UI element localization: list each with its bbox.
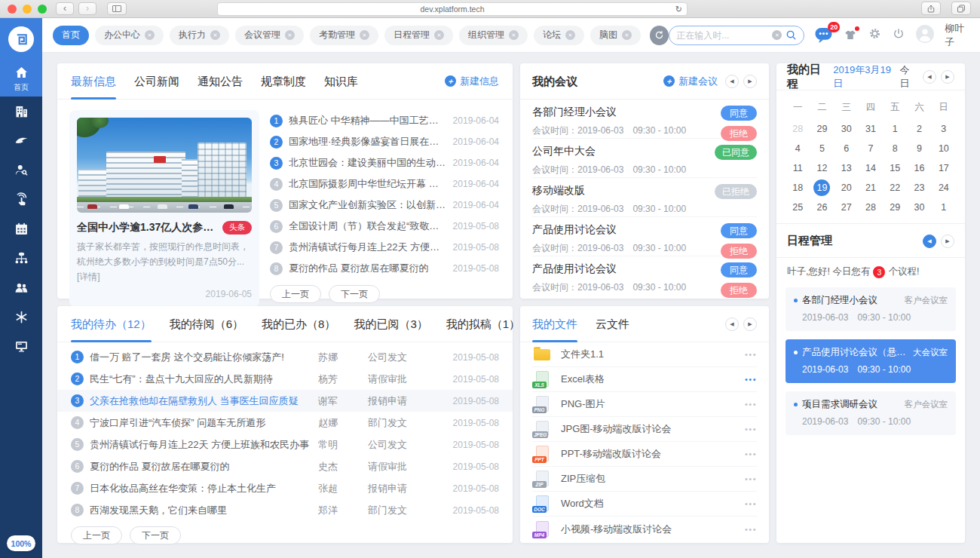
new-meeting-button[interactable]: 新建会议 (663, 75, 718, 88)
file-row[interactable]: ZIP ZIP压缩包 (532, 467, 757, 492)
file-row[interactable]: DOC Word文档 (532, 492, 757, 517)
file-name[interactable]: ZIP压缩包 (561, 472, 736, 486)
page-tab[interactable]: 首页 (53, 26, 89, 45)
page-tab[interactable]: 办公中心 (95, 26, 164, 45)
next-month-button[interactable]: ▶ (941, 70, 954, 84)
todo-title[interactable]: 宁波口岸引进“汽车侦探” 问题车无所遁形 (90, 416, 312, 430)
todo-tab[interactable]: 我的拟稿（1） (446, 306, 520, 342)
calendar-day[interactable]: 16 (907, 158, 931, 178)
todo-tab[interactable]: 我的待办（12） (71, 306, 152, 342)
more-menu-icon[interactable] (745, 350, 757, 359)
reload-icon[interactable]: ↻ (675, 5, 682, 14)
todo-title[interactable]: 父亲在抢救他却在隔壁救别人 当事医生回应质疑 (90, 394, 312, 408)
more-menu-icon[interactable] (745, 375, 757, 384)
todo-row[interactable]: 3 父亲在抢救他却在隔壁救别人 当事医生回应质疑 谢军 报销申请 2019-05… (57, 390, 513, 412)
calendar-day[interactable]: 29 (810, 119, 834, 139)
news-item-title[interactable]: 国家地理·经典影像盛宴首日展在中华世纪坛... (289, 135, 447, 149)
featured-news-card[interactable]: 全国中小学逾1.37亿人次参加课外培训头条 孩子家长都辛苦，按照现行的作息时间表… (69, 110, 259, 307)
news-item-title[interactable]: 贵州清镇试行每月连上22天 方便上班族和农民办事 (289, 241, 447, 254)
prev-arrow-button[interactable]: ◀ (725, 75, 739, 88)
todo-row[interactable]: 1 借一万 赔了一套房 这个交易能让你倾家荡产! 苏娜 公司发文 2019-05… (57, 346, 513, 368)
calendar-day[interactable]: 1 (883, 119, 907, 139)
more-menu-icon[interactable] (745, 425, 757, 434)
news-item-title[interactable]: 全国设计周（节）联合发起“致敬中国设计... (289, 219, 447, 233)
settings-button[interactable] (868, 26, 882, 44)
news-item-title[interactable]: 北京国际摄影周中华世纪坛开幕 聚焦“一带一路” (289, 177, 447, 191)
share-button[interactable] (921, 2, 941, 15)
news-list-item[interactable]: 1 独具匠心 中华精神——中国工艺美术大师作品... 2019-06-04 (270, 110, 499, 131)
schedule-card[interactable]: 项目需求调研会议 客户会议室 2019-06-03 09:30 - 10:00 (786, 391, 956, 435)
theme-button[interactable] (843, 28, 858, 42)
next-arrow-button[interactable]: ▶ (743, 75, 757, 88)
todo-tab[interactable]: 我的待阅（6） (170, 306, 243, 342)
calendar-day[interactable]: 11 (786, 158, 810, 178)
prev-page-button[interactable]: 上一页 (71, 526, 122, 544)
calendar-day[interactable]: 25 (786, 198, 810, 217)
calendar-day[interactable]: 26 (810, 198, 834, 217)
schedule-card[interactable]: 产品使用讨论会议（悬浮时） 大会议室 2019-06-03 09:30 - 10… (786, 339, 956, 383)
file-row[interactable]: PPT PPT-移动端改版讨论会 (532, 442, 757, 467)
page-tab[interactable]: 执行力 (170, 26, 229, 45)
news-list-item[interactable]: 8 夏衍的作品 夏衍故居在哪夏衍的 2019-05-08 (270, 258, 499, 279)
file-name[interactable]: PNG-图片 (561, 397, 736, 411)
sidebar-item-attendance[interactable] (0, 155, 42, 185)
news-tab[interactable]: 最新信息 (71, 63, 116, 100)
news-tab[interactable]: 规章制度 (261, 63, 306, 100)
tab-close-icon[interactable] (210, 30, 220, 40)
file-name[interactable]: 文件夹1.1 (561, 348, 736, 361)
sidebar-item-organization[interactable] (0, 244, 42, 273)
sidebar-item-desktop[interactable] (0, 332, 42, 361)
page-tab[interactable]: 会议管理 (235, 26, 304, 45)
browser-sidebar-button[interactable] (107, 2, 127, 15)
news-item-title[interactable]: 夏衍的作品 夏衍故居在哪夏衍的 (289, 262, 447, 275)
calendar-day[interactable]: 19 (810, 178, 834, 198)
calendar-day[interactable]: 31 (859, 119, 883, 139)
sidebar-item-tools[interactable] (0, 302, 42, 332)
file-row[interactable]: JPEG JPG图-移动端改版讨论会 (532, 417, 757, 442)
calendar-day[interactable]: 21 (859, 178, 883, 198)
calendar-day[interactable]: 8 (883, 139, 907, 158)
prev-arrow-button[interactable]: ◀ (725, 317, 739, 331)
meeting-item[interactable]: 移动端改版 会议时间：2019-06-03 09:30 - 10:00 已拒绝 (532, 178, 757, 217)
tab-close-icon[interactable] (622, 30, 632, 40)
meeting-item[interactable]: 各部门经理小会议 会议时间：2019-06-03 09:30 - 10:00 同… (532, 100, 757, 139)
calendar-day[interactable]: 24 (932, 178, 956, 198)
calendar-day[interactable]: 10 (932, 139, 956, 158)
messages-button[interactable]: 20 (814, 26, 833, 44)
logout-button[interactable] (892, 27, 905, 44)
todo-row[interactable]: 4 宁波口岸引进“汽车侦探” 问题车无所遁形 赵娜 部门发文 2019-05-0… (57, 412, 513, 434)
calendar-day[interactable]: 15 (883, 158, 907, 178)
sidebar-item-company[interactable] (0, 97, 42, 126)
more-menu-icon[interactable] (745, 499, 757, 508)
tab-close-icon[interactable] (285, 30, 295, 40)
calendar-day[interactable]: 27 (835, 198, 859, 217)
zoom-level-badge[interactable]: 100% (7, 535, 35, 551)
sidebar-item-contacts[interactable] (0, 273, 42, 302)
calendar-day[interactable]: 12 (810, 158, 834, 178)
meeting-item[interactable]: 公司年中大会 会议时间：2019-06-03 09:30 - 10:00 已同意 (532, 139, 757, 178)
reject-button[interactable]: 拒绝 (721, 283, 757, 298)
tab-close-icon[interactable] (434, 30, 444, 40)
agree-button[interactable]: 同意 (721, 106, 757, 121)
calendar-day[interactable]: 14 (859, 158, 883, 178)
news-item-title[interactable]: 国家文化产业创新实验区：以创新推动产业发展 (289, 198, 447, 212)
sidebar-item-home[interactable]: 首页 (0, 60, 42, 97)
page-tab[interactable]: 考勤管理 (310, 26, 378, 45)
calendar-day[interactable]: 30 (907, 198, 931, 217)
next-page-button[interactable]: 下一页 (329, 285, 380, 303)
todo-title[interactable]: 夏衍的作品 夏衍故居在哪夏衍的 (90, 460, 312, 474)
tab-close-icon[interactable] (145, 30, 155, 40)
todo-row[interactable]: 8 西湖发现黑天鹅，它们来自哪里 郑洋 部门发文 2019-05-08 (57, 499, 513, 521)
news-item-title[interactable]: 北京世园会：建设美丽中国的生动实践 (289, 156, 447, 170)
calendar-day[interactable]: 18 (786, 178, 810, 198)
minimize-window-button[interactable] (23, 5, 32, 14)
prev-arrow-button[interactable]: ◀ (923, 235, 936, 248)
calendar-day[interactable]: 28 (786, 119, 810, 139)
file-row[interactable]: 文件夹1.1 (532, 342, 757, 367)
news-list-item[interactable]: 4 北京国际摄影周中华世纪坛开幕 聚焦“一带一路” 2019-06-04 (270, 173, 499, 195)
todo-title[interactable]: 贵州清镇试行每月连上22天 方便上班族和农民办事 (90, 438, 312, 452)
agree-button[interactable]: 同意 (721, 262, 757, 277)
next-arrow-button[interactable]: ▶ (743, 317, 757, 331)
calendar-day[interactable]: 13 (835, 158, 859, 178)
calendar-day[interactable]: 28 (859, 198, 883, 217)
